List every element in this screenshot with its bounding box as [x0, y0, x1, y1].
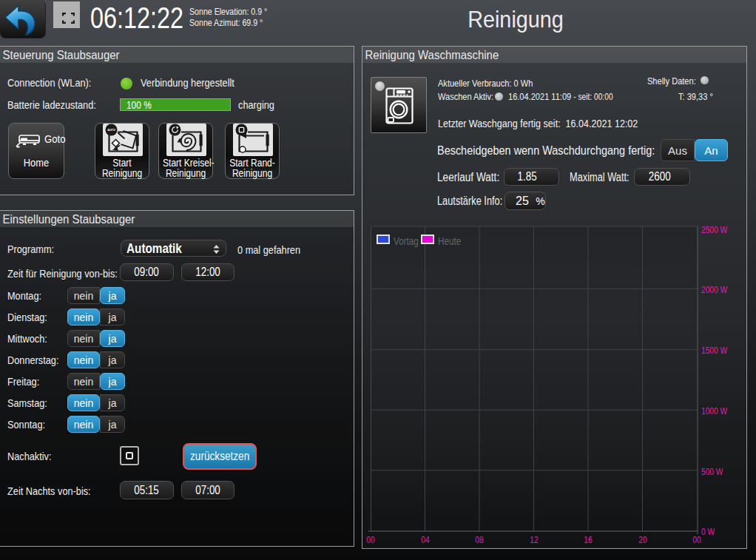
- svg-text:AUTO: AUTO: [107, 129, 115, 132]
